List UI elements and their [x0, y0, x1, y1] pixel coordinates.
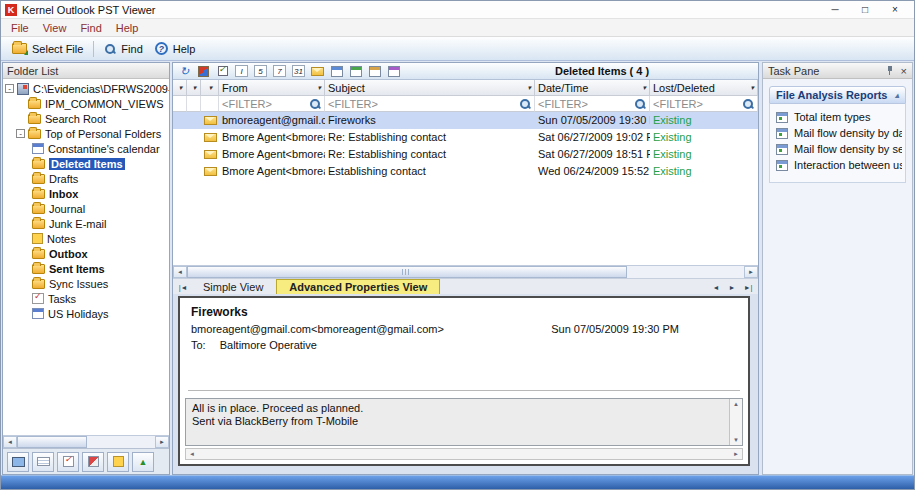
scroll-left-icon[interactable] [3, 436, 17, 448]
filter-lost-deleted-input[interactable]: <FILTER> [650, 96, 758, 112]
report-total-item-types[interactable]: Total item types [773, 109, 902, 125]
mark-items-button[interactable] [194, 64, 213, 79]
folder-list-hscrollbar[interactable] [3, 435, 169, 448]
message-row[interactable]: Bmore Agent<bmoreagent@... Establishing … [173, 163, 758, 180]
journal-shortcut[interactable] [82, 452, 104, 472]
scroll-right-icon[interactable] [733, 451, 739, 457]
menu-find[interactable]: Find [73, 20, 108, 36]
report-interaction-between-users[interactable]: Interaction between users [773, 157, 902, 173]
tree-item-search-root[interactable]: Search Root [3, 111, 169, 126]
tree-item-drafts[interactable]: Drafts [3, 171, 169, 186]
preview-vertical-scrollbar[interactable] [729, 399, 742, 445]
menu-file[interactable]: File [4, 20, 36, 36]
folder-up-shortcut[interactable] [132, 452, 154, 472]
notes-shortcut[interactable] [107, 452, 129, 472]
tree-item-deleted-items[interactable]: Deleted Items [3, 156, 169, 171]
month-view-button[interactable]: 31 [289, 64, 308, 79]
tab-first-icon[interactable] [175, 280, 191, 294]
total-items-report-button[interactable] [327, 64, 346, 79]
scroll-left-icon[interactable] [189, 451, 195, 457]
mail-flow-date-report-button[interactable] [346, 64, 365, 79]
five-day-view-button[interactable]: 5 [251, 64, 270, 79]
scrollbar-thumb[interactable] [187, 266, 627, 278]
tab-next-icon[interactable] [724, 280, 740, 294]
select-file-button[interactable]: Select File [6, 41, 89, 57]
filter-subject-input[interactable]: <FILTER> [325, 96, 535, 112]
search-icon[interactable] [634, 98, 646, 110]
column-header-subject[interactable]: Subject [325, 80, 535, 96]
column-header-datetime[interactable]: Date/Time [535, 80, 650, 96]
tree-item-root[interactable]: C:\Evidencias\DFRWS2009-Outlo [3, 81, 169, 96]
filter-from-input[interactable]: <FILTER> [219, 96, 325, 112]
find-button[interactable]: Find [98, 41, 148, 57]
scroll-right-icon[interactable] [744, 266, 758, 278]
collapse-icon[interactable] [16, 129, 25, 138]
tasks-shortcut[interactable] [57, 452, 79, 472]
refresh-button[interactable]: ↻ [175, 64, 194, 79]
menu-help[interactable]: Help [109, 20, 146, 36]
close-button[interactable]: × [880, 4, 910, 15]
scroll-right-icon[interactable] [155, 436, 169, 448]
message-list-hscrollbar[interactable] [173, 265, 758, 278]
notes-icon [32, 233, 43, 244]
tree-item-top-of-personal-folders[interactable]: Top of Personal Folders [3, 126, 169, 141]
message-row[interactable]: bmoreagent@gmail.com<bm... Fireworks Sun… [173, 112, 758, 129]
preview-horizontal-scrollbar[interactable] [185, 448, 743, 460]
preview-body[interactable]: All is in place. Proceed as planned. Sen… [185, 398, 743, 446]
column-menu-icon[interactable] [173, 80, 187, 96]
mail-view-button[interactable] [308, 64, 327, 79]
mail-flow-senders-report-button[interactable] [365, 64, 384, 79]
message-row[interactable]: Bmore Agent<bmoreagent@... Re: Establish… [173, 146, 758, 163]
search-icon[interactable] [742, 98, 754, 110]
task-pane-close-icon[interactable]: × [901, 65, 907, 77]
tasks-icon [32, 293, 44, 304]
contacts-shortcut[interactable] [32, 452, 54, 472]
menu-bar: File View Find Help [1, 19, 914, 37]
column-menu-icon[interactable] [201, 80, 219, 96]
scroll-left-icon[interactable] [173, 266, 187, 278]
tree-item-junk-email[interactable]: Junk E-mail [3, 216, 169, 231]
tree-item-sent-items[interactable]: Sent Items [3, 261, 169, 276]
column-header-lost-deleted[interactable]: Lost/Deleted [650, 80, 758, 96]
tree-item-us-holidays[interactable]: US Holidays [3, 306, 169, 321]
scrollbar-thumb[interactable] [17, 436, 87, 448]
tree-item-journal[interactable]: Journal [3, 201, 169, 216]
filter-datetime-input[interactable]: <FILTER> [535, 96, 650, 112]
interaction-report-button[interactable] [384, 64, 403, 79]
tab-advanced-properties-view[interactable]: Advanced Properties View [276, 279, 440, 294]
message-row[interactable]: Bmore Agent<bmoreagent@... Re: Establish… [173, 129, 758, 146]
scroll-up-icon[interactable] [733, 401, 739, 407]
search-icon [104, 43, 116, 55]
maximize-button[interactable]: □ [850, 4, 880, 15]
report-mail-flow-density-by-date[interactable]: Mail flow density by date [773, 125, 902, 141]
tree-item-notes[interactable]: Notes [3, 231, 169, 246]
seven-day-view-button[interactable]: 7 [270, 64, 289, 79]
help-button[interactable]: ? Help [149, 40, 202, 57]
tree-item-outbox[interactable]: Outbox [3, 246, 169, 261]
chevron-up-icon [895, 91, 899, 100]
mail-view-shortcut[interactable] [7, 452, 29, 472]
tree-item-constantines-calendar[interactable]: Constantine's calendar [3, 141, 169, 156]
search-icon[interactable] [309, 98, 321, 110]
search-icon[interactable] [519, 98, 531, 110]
scroll-down-icon[interactable] [733, 437, 739, 443]
body-line: Sent via BlackBerry from T-Mobile [192, 415, 724, 428]
menu-view[interactable]: View [36, 20, 74, 36]
column-header-from[interactable]: From [219, 80, 325, 96]
tab-last-icon[interactable] [740, 280, 756, 294]
column-menu-icon[interactable] [187, 80, 201, 96]
tree-item-tasks[interactable]: Tasks [3, 291, 169, 306]
report-mail-flow-density-by-senders[interactable]: Mail flow density by senders [773, 141, 902, 157]
tree-item-sync-issues[interactable]: Sync Issues [3, 276, 169, 291]
file-analysis-reports-section[interactable]: File Analysis Reports [769, 86, 906, 104]
pin-icon[interactable] [885, 65, 895, 76]
select-all-button[interactable] [213, 64, 232, 79]
tab-prev-icon[interactable] [708, 280, 724, 294]
tree-item-inbox[interactable]: Inbox [3, 186, 169, 201]
status-badge: Existing [650, 146, 758, 163]
field-chooser-button[interactable]: I [232, 64, 251, 79]
tab-simple-view[interactable]: Simple View [191, 279, 275, 294]
minimize-button[interactable]: ─ [820, 4, 850, 15]
tree-item-ipm-common-views[interactable]: IPM_COMMON_VIEWS [3, 96, 169, 111]
collapse-icon[interactable] [5, 84, 14, 93]
